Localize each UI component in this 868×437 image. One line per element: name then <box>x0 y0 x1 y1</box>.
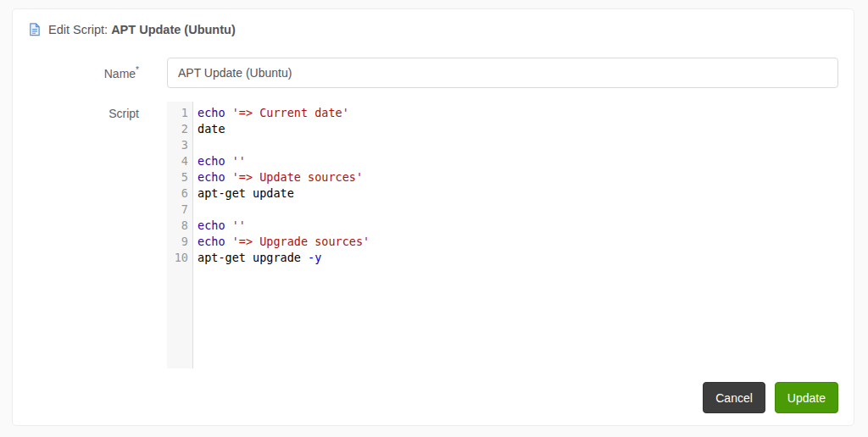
required-marker: * <box>136 65 139 75</box>
page-title-prefix: Edit Script: <box>48 23 111 36</box>
code-line: apt-get upgrade -y <box>198 250 838 266</box>
code-token-builtin: echo <box>198 235 225 248</box>
code-token-string: '' <box>232 154 246 168</box>
line-number: 9 <box>167 234 188 250</box>
name-input[interactable] <box>167 58 838 88</box>
code-token-builtin: echo <box>198 218 225 232</box>
code-token-builtin: echo <box>198 106 225 119</box>
page-title-script-name: APT Update (Ubuntu) <box>111 23 236 36</box>
line-number: 6 <box>167 185 188 202</box>
line-number: 3 <box>167 137 188 153</box>
script-editor-code[interactable]: echo '=> Current date'date echo ''echo '… <box>193 102 838 368</box>
line-number: 5 <box>167 169 188 185</box>
code-line: echo '=> Upgrade sources' <box>198 234 838 250</box>
script-editor[interactable]: 12345678910 echo '=> Current date'date e… <box>167 102 838 368</box>
code-token-plain <box>225 170 232 184</box>
line-number: 7 <box>167 202 188 218</box>
code-line: echo '' <box>198 153 838 169</box>
code-line: apt-get update <box>198 185 838 202</box>
name-label: Name* <box>13 65 167 80</box>
code-line <box>198 202 838 218</box>
code-token-plain: date <box>198 122 225 136</box>
update-button[interactable]: Update <box>775 382 838 413</box>
code-token-plain: apt-get update <box>198 186 294 200</box>
code-line: echo '=> Update sources' <box>198 169 838 185</box>
code-token-plain <box>225 235 232 248</box>
code-line: echo '=> Current date' <box>198 105 838 121</box>
script-editor-gutter: 12345678910 <box>167 102 193 368</box>
line-number: 1 <box>167 105 188 121</box>
form-actions: Cancel Update <box>13 382 838 413</box>
line-number: 10 <box>167 250 188 266</box>
file-text-icon <box>28 23 41 36</box>
line-number: 4 <box>167 153 188 169</box>
code-line: echo '' <box>198 218 838 234</box>
line-number: 2 <box>167 121 188 137</box>
code-token-builtin: echo <box>198 154 225 168</box>
edit-script-card: Edit Script: APT Update (Ubuntu) Name* S… <box>12 8 854 426</box>
code-token-plain: apt-get upgrade <box>198 251 308 264</box>
cancel-button[interactable]: Cancel <box>703 382 765 413</box>
script-label: Script <box>13 102 167 120</box>
code-token-plain <box>225 218 232 232</box>
code-token-string: '' <box>232 218 246 232</box>
name-field-row: Name* <box>13 58 854 88</box>
code-token-string: '=> Update sources' <box>232 170 363 184</box>
script-field-row: Script 12345678910 echo '=> Current date… <box>13 102 854 368</box>
code-token-plain <box>225 154 232 168</box>
code-line <box>198 137 838 153</box>
code-token-plain <box>225 106 232 119</box>
code-token-builtin: echo <box>198 170 225 184</box>
code-token-string: '=> Upgrade sources' <box>232 235 370 248</box>
code-line: date <box>198 121 838 137</box>
code-token-string: '=> Current date' <box>232 106 349 119</box>
line-number: 8 <box>167 218 188 234</box>
code-token-attribute: -y <box>308 251 321 264</box>
card-header: Edit Script: APT Update (Ubuntu) <box>13 9 854 38</box>
page-title: Edit Script: APT Update (Ubuntu) <box>48 21 236 38</box>
